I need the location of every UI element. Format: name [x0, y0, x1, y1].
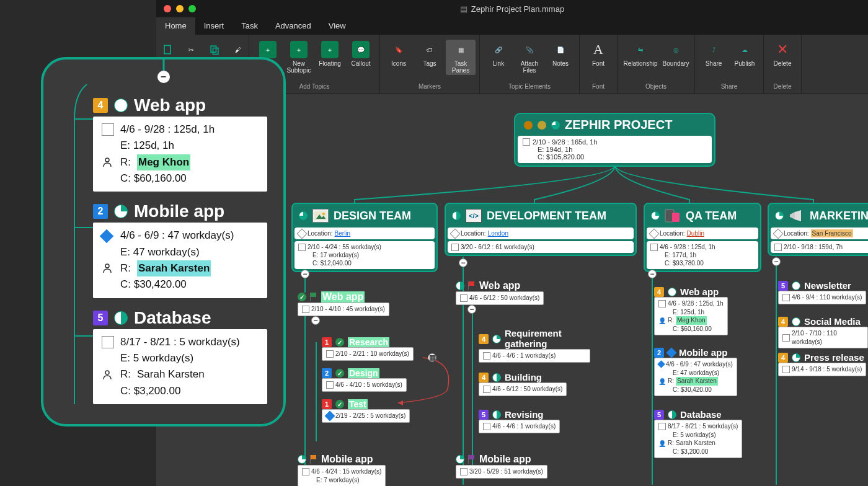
progress-pie-icon	[792, 281, 800, 290]
tab-advanced[interactable]: Advanced	[267, 17, 320, 35]
tab-task[interactable]: Task	[232, 17, 267, 35]
topic-design[interactable]: 2✓Design 4/6 - 4/10 : 5 workday(s)	[322, 368, 407, 392]
tab-home[interactable]: Home	[156, 17, 195, 35]
close-window-button[interactable]	[164, 5, 171, 12]
topic-social-media[interactable]: 4Social Media 2/10 - 7/10 : 110 workday(…	[778, 316, 868, 348]
task-panes-button[interactable]: ▦Task Panes	[446, 40, 476, 75]
notes-button[interactable]: 📄Notes	[546, 40, 575, 68]
team-qa[interactable]: QA TEAM Location: Dublin 4/6 - 9/28 : 12…	[644, 203, 761, 272]
group-font: Font	[592, 83, 604, 91]
progress-pie-icon	[551, 121, 560, 130]
share-button[interactable]: ⤴Share	[699, 40, 728, 68]
minimize-window-button[interactable]	[176, 5, 184, 12]
topic-mobile-app[interactable]: Mobile app 3/20 - 5/29 : 51 workday(s)	[456, 454, 547, 479]
new-subtopic-button[interactable]: ＋New Subtopic	[284, 40, 314, 75]
priority-badge: 4	[93, 98, 108, 113]
team-info-dates: 2/10 - 9/18 : 159d, 7h	[771, 241, 868, 253]
topic-test[interactable]: 1✓Test 2/19 - 2/25 : 5 workday(s)	[322, 399, 410, 423]
topic-mobile-app[interactable]: Mobile app 4/6 - 4/24 : 15 workday(s)E: …	[298, 454, 386, 486]
team-name: MARKETING	[810, 210, 868, 223]
topic-info: 8/17 - 8/21 : 5 workday(s) E: 5 workday(…	[654, 420, 742, 458]
collapse-button[interactable]: −	[648, 270, 657, 278]
calendar-icon	[451, 244, 459, 251]
plus-icon: ＋	[290, 41, 308, 58]
publish-button[interactable]: ☁Publish	[730, 40, 760, 68]
topic-research[interactable]: 1✓Research 2/10 - 2/21 : 10 workday(s)	[322, 337, 414, 361]
icons-button[interactable]: 🔖Icons	[384, 40, 414, 68]
root-node[interactable]: ZEPHIR PROJECT 2/10 - 9/28 : 165d, 1h E:…	[514, 113, 715, 167]
callout-button[interactable]: 💬Callout	[346, 40, 376, 68]
zoom-window-button[interactable]	[188, 5, 196, 12]
topic-title: Social Media	[804, 316, 861, 327]
topic-info: 4/6 - 6/12 : 50 workday(s)	[479, 382, 567, 396]
person-icon: 👤	[658, 317, 666, 324]
topic-title: Press release	[804, 352, 864, 363]
collapse-button[interactable]: −	[459, 258, 467, 267]
image-icon	[312, 209, 329, 223]
collapse-button[interactable]: −	[157, 71, 170, 83]
progress-pie-icon	[114, 205, 128, 218]
flag-icon	[468, 455, 476, 464]
floating-button[interactable]: ＋Floating	[315, 40, 345, 68]
topic-info: 4/6 - 9/28 : 125d, 1h E: 125d, 1h 👤R:Meg…	[654, 297, 728, 335]
topic-newsletter[interactable]: 5Newsletter 4/6 - 9/4 : 110 workday(s)	[778, 280, 866, 304]
topic-building[interactable]: 4Building 4/6 - 6/12 : 50 workday(s)	[479, 372, 567, 396]
topic-title: Web app	[321, 291, 365, 303]
team-marketing[interactable]: MARKETING Location: San Francisco 2/10 -…	[768, 203, 868, 256]
topic-press-release[interactable]: 4Press release 9/14 - 9/18 : 5 workday(s…	[778, 352, 866, 376]
calendar-icon	[483, 352, 490, 360]
progress-pie-icon	[775, 211, 784, 220]
topic-info: 4/6 - 6/9 : 47 workday(s) E: 47 workday(…	[93, 223, 267, 298]
progress-pie-icon	[651, 211, 660, 220]
topic-web-app[interactable]: ✓Web app 2/10 - 4/10 : 45 workday(s)	[298, 291, 389, 316]
collapse-button[interactable]: −	[467, 305, 476, 314]
topic-qa-mobile[interactable]: 2Mobile app 4/6 - 6/9 : 47 workday(s) E:…	[654, 347, 737, 396]
calendar-icon	[298, 244, 306, 251]
team-info-dates: 4/6 - 9/28 : 125d, 1h E: 177d, 1h C: $93…	[647, 241, 758, 269]
topic-info: 4/6 - 4/24 : 15 workday(s)E: 7 workday(s…	[298, 465, 386, 486]
calendar-icon	[782, 366, 790, 373]
globe-icon	[538, 121, 546, 130]
topic-qa-webapp[interactable]: 4Web app 4/6 - 9/28 : 125d, 1h E: 125d, …	[654, 286, 728, 335]
relationship-handle-icon[interactable]: ▦	[428, 353, 436, 362]
check-icon: ✓	[298, 293, 306, 301]
root-info: 2/10 - 9/28 : 165d, 1h E: 194d, 1h C: $1…	[518, 136, 712, 163]
calendar-icon	[483, 423, 490, 430]
relationship-button[interactable]: ⇆Relationship	[621, 40, 660, 68]
team-name: DESIGN TEAM	[334, 210, 411, 223]
attach-files-button[interactable]: 📎Attach Files	[515, 40, 544, 75]
progress-pie-icon	[668, 288, 676, 296]
svg-point-6	[322, 213, 325, 215]
topic-revising[interactable]: 5Revising 4/6 - 4/6 : 1 workday(s)	[479, 409, 560, 433]
team-dev[interactable]: </> DEVELOPMENT TEAM Location: London 3/…	[445, 203, 637, 256]
delete-button[interactable]: ✕Delete	[768, 40, 797, 68]
topic-info: 2/19 - 2/25 : 5 workday(s)	[322, 409, 410, 423]
topic-info: 4/6 - 9/28 : 125d, 1h E: 125d, 1h R: Meg…	[93, 117, 267, 192]
popout-item-database[interactable]: 5Database 8/17 - 8/21 : 5 workday(s) E: …	[93, 308, 267, 404]
calendar-icon	[302, 468, 309, 475]
tags-button[interactable]: 🏷Tags	[415, 40, 445, 68]
topic-info: 4/6 - 9/4 : 110 workday(s)	[778, 291, 866, 304]
popout-item-webapp[interactable]: 4Web app 4/6 - 9/28 : 125d, 1h E: 125d, …	[93, 95, 267, 192]
boundary-button[interactable]: ◎Boundary	[661, 40, 691, 68]
font-button[interactable]: AFont	[583, 40, 613, 68]
topic-qa-database[interactable]: 5Database 8/17 - 8/21 : 5 workday(s) E: …	[654, 409, 742, 458]
link-button[interactable]: 🔗Link	[484, 40, 513, 68]
topic-requirement[interactable]: 4Requirement gathering 4/6 - 4/6 : 1 wor…	[479, 329, 590, 363]
collapse-button[interactable]: −	[301, 270, 309, 278]
popout-item-mobile[interactable]: 2Mobile app 4/6 - 6/9 : 47 workday(s) E:…	[93, 201, 267, 298]
collapse-button[interactable]: −	[311, 316, 320, 325]
collapse-button[interactable]: −	[772, 257, 781, 266]
copy-icon	[206, 41, 223, 58]
task-panes-icon: ▦	[452, 41, 469, 58]
cloud-icon: ☁	[736, 41, 753, 58]
tab-view[interactable]: View	[320, 17, 355, 35]
team-design[interactable]: DESIGN TEAM Location: Berlin 2/10 - 4/24…	[291, 203, 438, 272]
topic-title: Building	[505, 372, 542, 382]
priority-badge: 2	[654, 348, 664, 358]
tab-insert[interactable]: Insert	[195, 17, 233, 35]
svg-point-10	[105, 158, 109, 162]
topic-web-app[interactable]: Web app 4/6 - 6/12 : 50 workday(s)	[456, 280, 544, 305]
topic-info: 4/6 - 4/6 : 1 workday(s)	[479, 420, 560, 433]
globe-icon	[524, 121, 533, 130]
